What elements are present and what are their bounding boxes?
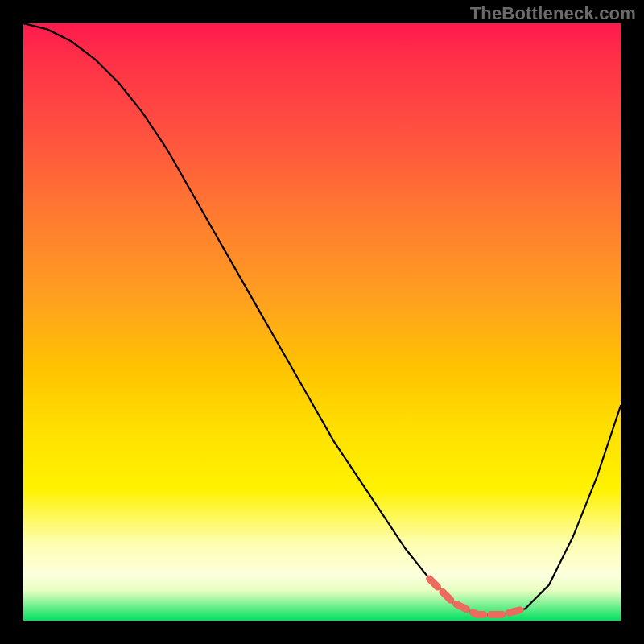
chart-frame: TheBottleneck.com [0,0,644,644]
watermark-text: TheBottleneck.com [470,3,636,24]
bottleneck-curve [23,23,621,621]
plot-area [23,23,621,621]
